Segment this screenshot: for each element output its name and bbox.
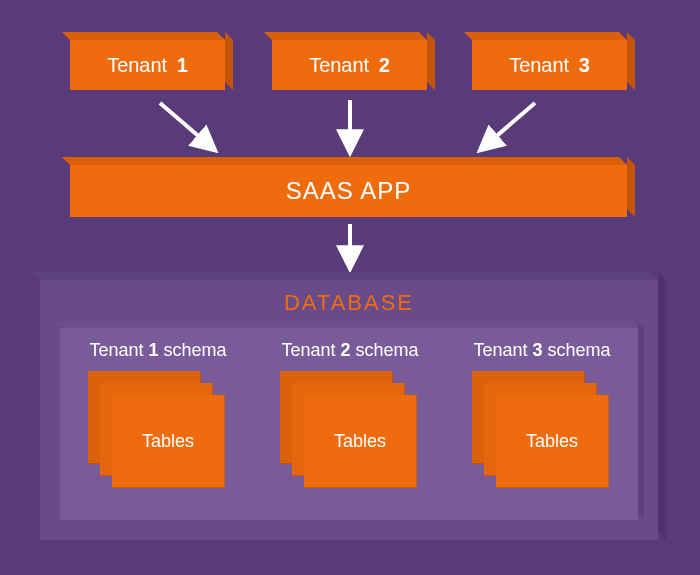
tenant-2-box: Tenant 2	[272, 40, 427, 90]
schema-1: Tenant 1 schema Tables	[68, 340, 248, 481]
tenant-3-box: Tenant 3	[472, 40, 627, 90]
schema-3: Tenant 3 schema Tables	[452, 340, 632, 481]
tenant-1-box: Tenant 1	[70, 40, 225, 90]
table-card-front: Tables	[304, 395, 417, 488]
saas-app-label: SAAS APP	[286, 177, 411, 205]
database-inner: Tenant 1 schema Tables Tenant 2 schema T…	[60, 328, 638, 520]
arrow-saas-to-database	[335, 222, 365, 274]
tenant-3-label: Tenant 3	[509, 54, 590, 77]
schema-3-tables-stack: Tables	[472, 371, 612, 481]
table-card-front: Tables	[496, 395, 609, 488]
database-title: DATABASE	[40, 290, 658, 316]
tenant-1-label: Tenant 1	[107, 54, 188, 77]
svg-line-2	[485, 103, 535, 146]
schema-2-tables-stack: Tables	[280, 371, 420, 481]
arrow-tenant-1-to-saas	[155, 98, 225, 158]
tenant-2-label: Tenant 2	[309, 54, 390, 77]
svg-line-0	[160, 103, 210, 146]
arrow-tenant-3-to-saas	[470, 98, 540, 158]
schema-2-label: Tenant 2 schema	[260, 340, 440, 361]
saas-app-box: SAAS APP	[70, 165, 627, 217]
arrow-tenant-2-to-saas	[335, 98, 365, 158]
schema-1-label: Tenant 1 schema	[68, 340, 248, 361]
schema-2: Tenant 2 schema Tables	[260, 340, 440, 481]
schema-3-label: Tenant 3 schema	[452, 340, 632, 361]
table-card-front: Tables	[112, 395, 225, 488]
schema-1-tables-stack: Tables	[88, 371, 228, 481]
database-container: DATABASE Tenant 1 schema Tables Tenant 2…	[40, 280, 658, 540]
